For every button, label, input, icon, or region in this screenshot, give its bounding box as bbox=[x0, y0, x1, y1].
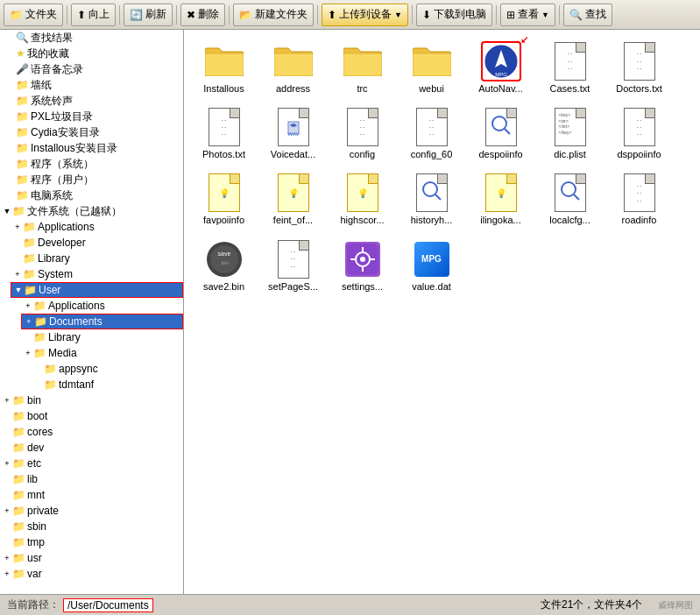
sidebar-item-wallpaper[interactable]: 📁 墙纸 bbox=[0, 77, 183, 93]
file-name: Voicedat... bbox=[271, 149, 315, 160]
expand-system[interactable]: + bbox=[12, 269, 23, 279]
status-path: 当前路径： /User/Documents bbox=[7, 597, 153, 612]
svg-text:MPG: MPG bbox=[495, 72, 507, 77]
file-item[interactable]: <key><str></str></key> dic.plist bbox=[537, 102, 603, 165]
sidebar-item-cydias[interactable]: 📁 电脑系统 bbox=[0, 187, 183, 203]
file-item[interactable]: trc bbox=[329, 37, 395, 99]
file-item[interactable]: - -- -- - roadinfo bbox=[606, 168, 672, 230]
file-item[interactable]: - -- -- - setPageS... bbox=[260, 235, 326, 297]
file-item[interactable]: Installous bbox=[191, 37, 257, 99]
sidebar-item-pxl[interactable]: 📁 PXL垃圾目录 bbox=[0, 109, 183, 124]
sidebar-item-lib[interactable]: 📁 lib bbox=[0, 471, 183, 487]
sidebar-item-applications[interactable]: + 📁 Applications bbox=[11, 219, 183, 235]
refresh-button[interactable]: 🔄 刷新 bbox=[124, 4, 173, 26]
file-name: highscor... bbox=[340, 215, 384, 226]
upload-icon: ⬆ bbox=[328, 9, 336, 21]
sidebar-item-dev[interactable]: 📁 dev bbox=[0, 440, 183, 456]
sidebar-item-tmp[interactable]: 📁 tmp bbox=[0, 534, 183, 550]
sidebar-item-boot[interactable]: 📁 boot bbox=[0, 408, 183, 424]
file-item[interactable]: despoiinfo bbox=[468, 102, 534, 165]
sidebar-item-documents[interactable]: + 📁 Documents 2 bbox=[21, 314, 183, 329]
sidebar-item-developer[interactable]: 📁 Developer bbox=[11, 235, 183, 251]
sidebar-item-filesystem[interactable]: ▼ 📁 文件系统（已越狱） bbox=[0, 203, 183, 219]
sidebar-item-library2[interactable]: 📁 Library bbox=[21, 329, 183, 345]
expand-applications2[interactable]: + bbox=[23, 300, 33, 311]
expand-private[interactable]: + bbox=[2, 505, 12, 516]
file-item[interactable]: settings... bbox=[329, 235, 395, 297]
expand-documents[interactable]: + bbox=[24, 316, 34, 327]
sidebar-item-user[interactable]: ▼ 📁 User 1 bbox=[11, 282, 183, 298]
file-item[interactable]: 💡 feint_of... bbox=[260, 168, 326, 230]
new-folder-button[interactable]: 📂 新建文件夹 bbox=[233, 4, 314, 26]
file-name: historyh... bbox=[411, 215, 453, 226]
sidebar-item-voice[interactable]: 🎤 语音备忘录 bbox=[0, 61, 183, 77]
file-item[interactable]: webui bbox=[399, 37, 464, 99]
expand-usr[interactable]: + bbox=[2, 553, 12, 563]
file-item[interactable]: save .bin save2.bin bbox=[191, 235, 257, 297]
expand-filesystem[interactable]: ▼ bbox=[2, 206, 12, 216]
delete-button[interactable]: ✖ 删除 bbox=[180, 4, 225, 26]
svg-line-6 bbox=[505, 129, 510, 134]
file-item[interactable]: - -- -- - Doctors.txt bbox=[606, 37, 672, 99]
expand-media[interactable]: + bbox=[23, 348, 33, 358]
file-item[interactable]: - -- -- - dsppoiinfo bbox=[606, 102, 672, 165]
sidebar-item-tdmtanf[interactable]: 📁 tdmtanf bbox=[32, 377, 183, 392]
file-item[interactable]: - -- -- - Photos.txt bbox=[191, 102, 257, 165]
sidebar-item-private[interactable]: + 📁 private bbox=[0, 503, 183, 519]
sidebar-item-appsync[interactable]: 📁 appsync bbox=[32, 361, 183, 377]
file-item[interactable]: historyh... bbox=[399, 168, 464, 230]
sidebar-item-sbin[interactable]: 📁 sbin bbox=[0, 519, 183, 534]
expand-applications[interactable]: + bbox=[12, 222, 23, 232]
file-item[interactable]: - -- -- - Cases.txt bbox=[537, 37, 603, 99]
folder-icon-libroot: 📁 bbox=[12, 473, 25, 485]
download-button[interactable]: ⬇ 下载到电脑 bbox=[416, 4, 492, 26]
media-label: Media bbox=[48, 347, 77, 359]
folder-icon-lib: 📁 bbox=[23, 252, 36, 265]
file-item[interactable]: MPG value.dat bbox=[399, 235, 464, 297]
file-item[interactable]: WAV Voicedat... bbox=[260, 102, 326, 165]
expand-user[interactable]: ▼ bbox=[13, 285, 24, 295]
upload-label: 上传到设备 bbox=[339, 7, 392, 22]
view-button[interactable]: ⊞ 查看 ▼ bbox=[500, 4, 555, 26]
sidebar-item-prgusr[interactable]: 📁 程序（用户） bbox=[0, 172, 183, 187]
delete-icon: ✖ bbox=[187, 9, 195, 21]
sidebar-item-applications2[interactable]: + 📁 Applications bbox=[21, 298, 183, 314]
expand-etc[interactable]: + bbox=[2, 458, 12, 469]
file-icon-container: - -- -- - bbox=[619, 41, 660, 81]
upload-button[interactable]: ⬆ 上传到设备 ▼ bbox=[322, 4, 408, 26]
file-item[interactable]: - -- -- - config bbox=[329, 102, 395, 165]
sidebar-item-etc[interactable]: + 📁 etc bbox=[0, 456, 183, 471]
up-button[interactable]: ⬆ 向上 bbox=[71, 4, 116, 26]
file-item[interactable]: 💡 favpoiinfo bbox=[191, 168, 257, 230]
sidebar-item-library[interactable]: 📁 Library bbox=[11, 251, 183, 266]
file-item[interactable]: 💡 highscor... bbox=[329, 168, 395, 230]
file-item[interactable]: - -- -- - config_60 bbox=[399, 102, 464, 165]
find-button[interactable]: 🔍 查找 bbox=[563, 4, 612, 26]
sidebar-item-favorites[interactable]: ★ 我的收藏 bbox=[0, 46, 183, 61]
expand-var[interactable]: + bbox=[2, 569, 12, 579]
separator4 bbox=[229, 5, 230, 25]
sidebar-item-cores[interactable]: 📁 cores bbox=[0, 424, 183, 440]
autonav-icon: MPG ↙ bbox=[481, 41, 521, 81]
sidebar-item-cydia[interactable]: 📁 Cydia安装目录 bbox=[0, 124, 183, 140]
sidebar-item-usr[interactable]: + 📁 usr bbox=[0, 550, 183, 566]
sidebar-item-installous[interactable]: 📁 Installous安装目录 bbox=[0, 140, 183, 156]
file-item[interactable]: address bbox=[260, 37, 326, 99]
folder-button[interactable]: 📁 文件夹 bbox=[4, 4, 63, 26]
expand-bin[interactable]: + bbox=[2, 395, 12, 406]
sidebar-item-ringtone[interactable]: 📁 系统铃声 bbox=[0, 93, 183, 109]
sidebar-item-search[interactable]: 🔍 查找结果 bbox=[0, 30, 183, 46]
sidebar-item-system[interactable]: + 📁 System bbox=[11, 266, 183, 282]
sidebar-item-mnt[interactable]: 📁 mnt bbox=[0, 487, 183, 503]
file-item[interactable]: MPG ↙ AutoNav... bbox=[468, 37, 534, 99]
folder-icon-cydias: 📁 bbox=[16, 189, 29, 201]
folder-icon-etc: 📁 bbox=[12, 457, 25, 470]
sidebar-item-media[interactable]: + 📁 Media bbox=[21, 345, 183, 361]
file-item[interactable]: 💡 ilingoka... bbox=[468, 168, 534, 230]
folder-icon-pxl: 📁 bbox=[16, 110, 29, 123]
file-item[interactable]: localcfg... bbox=[537, 168, 603, 230]
file-name: dic.plist bbox=[554, 149, 586, 160]
sidebar-item-bin[interactable]: + 📁 bin bbox=[0, 392, 183, 408]
sidebar-item-var[interactable]: + 📁 var bbox=[0, 566, 183, 582]
sidebar-item-prgsys[interactable]: 📁 程序（系统） bbox=[0, 156, 183, 172]
